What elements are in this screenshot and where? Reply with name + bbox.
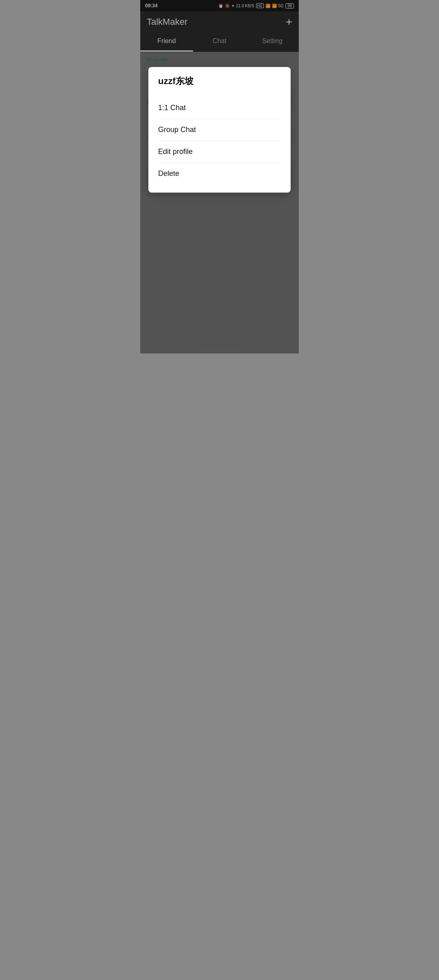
context-menu: uzzf东坡 1:1 Chat Group Chat Edit profile … bbox=[148, 67, 291, 193]
context-menu-item-edit-profile[interactable]: Edit profile bbox=[158, 141, 281, 163]
context-menu-item-delete[interactable]: Delete bbox=[158, 163, 281, 184]
context-menu-title: uzzf东坡 bbox=[158, 75, 281, 87]
context-menu-item-group-chat[interactable]: Group Chat bbox=[158, 119, 281, 141]
context-menu-item-one-one-chat[interactable]: 1:1 Chat bbox=[158, 97, 281, 119]
home-indicator bbox=[195, 349, 244, 351]
